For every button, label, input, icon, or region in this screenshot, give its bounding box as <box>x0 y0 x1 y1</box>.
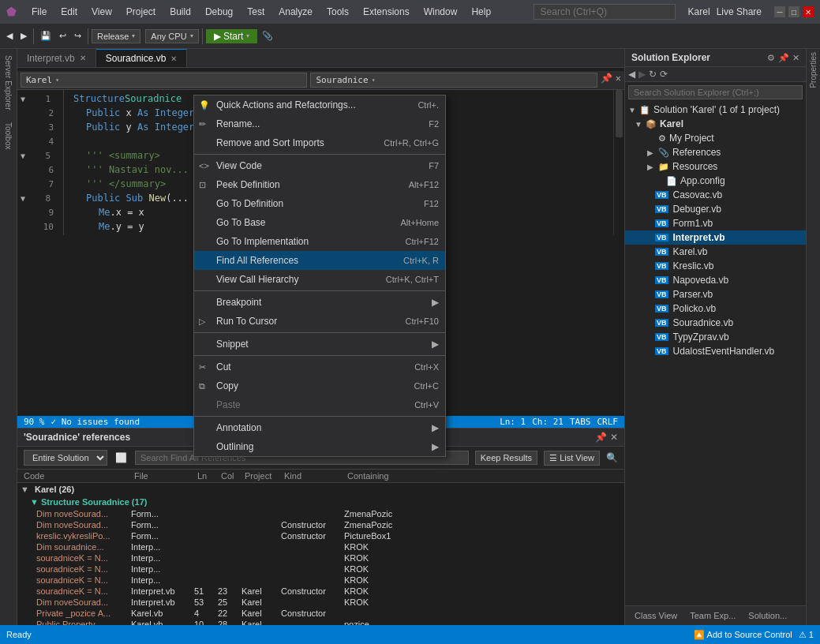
toolbox-strip[interactable]: Toolbox <box>2 119 14 152</box>
cm-snippet[interactable]: Snippet ▶ <box>194 335 445 354</box>
save-button[interactable]: 💾 <box>37 29 54 43</box>
cm-goto-definition[interactable]: Go To Definition F12 <box>194 194 445 213</box>
back-button[interactable]: ◀ <box>3 29 16 43</box>
cm-breakpoint[interactable]: Breakpoint ▶ <box>194 293 445 312</box>
se-pin[interactable]: 📌 <box>778 53 789 63</box>
se-item-resources[interactable]: ▶ 📁 Resources <box>625 159 806 174</box>
undo-button[interactable]: ↩ <box>56 29 69 43</box>
minimize-button[interactable]: ─ <box>774 6 785 17</box>
ref-group-karel[interactable]: ▼ Karel (26) <box>17 483 624 496</box>
start-button[interactable]: ▶ Start ▾ <box>206 29 258 43</box>
class-view-btn[interactable]: Class View <box>631 609 680 622</box>
se-item-kreslic[interactable]: VB Kreslic.vb <box>625 259 806 273</box>
menu-debug[interactable]: Debug <box>199 5 239 19</box>
se-item-solution[interactable]: ▼ 📋 Solution 'Karel' (1 of 1 project) <box>625 103 806 117</box>
cm-quick-actions[interactable]: 💡 Quick Actions and Refactorings... Ctrl… <box>194 95 445 114</box>
copy-results-button[interactable]: ⬜ <box>114 451 129 465</box>
keep-results-button[interactable]: Keep Results <box>475 451 537 465</box>
solution-btn[interactable]: Solution... <box>745 609 790 622</box>
configuration-dropdown[interactable]: Release ▾ <box>92 29 140 43</box>
code-nav-left[interactable]: Karel ▾ <box>21 73 307 88</box>
menu-view[interactable]: View <box>85 5 118 19</box>
ref-row-2[interactable]: kreslic.vykresliPo...Form...ConstructorP… <box>17 530 624 541</box>
se-item-souradnice-vb[interactable]: VB Souradnice.vb <box>625 316 806 330</box>
se-item-parser[interactable]: VB Parser.vb <box>625 287 806 301</box>
se-item-my-project[interactable]: ⚙ My Project <box>625 131 806 145</box>
menu-tools[interactable]: Tools <box>320 5 355 19</box>
se-back[interactable]: ◀ <box>628 69 635 80</box>
ref-row-0[interactable]: Dim noveSourad...Form...ZmenaPozic <box>17 508 624 519</box>
ref-row-8[interactable]: Dim noveSourad...Interpret.vb5325KarelKR… <box>17 597 624 608</box>
forward-button[interactable]: ▶ <box>17 29 30 43</box>
menu-extensions[interactable]: Extensions <box>357 5 416 19</box>
menu-help[interactable]: Help <box>465 5 497 19</box>
se-item-karel-vb[interactable]: VB Karel.vb <box>625 245 806 259</box>
list-view-button[interactable]: ☰ List View <box>544 451 600 466</box>
ref-row-9[interactable]: Private _pozice A...Karel.vb422KarelCons… <box>17 608 624 619</box>
close-button[interactable]: ✕ <box>803 6 814 17</box>
redo-button[interactable]: ↪ <box>71 29 84 43</box>
cm-goto-impl[interactable]: Go To Implementation Ctrl+F12 <box>194 232 445 251</box>
menu-analyze[interactable]: Analyze <box>272 5 319 19</box>
se-item-napoveda[interactable]: VB Napoveda.vb <box>625 273 806 287</box>
ref-search-icon[interactable]: 🔍 <box>606 452 618 463</box>
se-item-form1[interactable]: VB Form1.vb <box>625 216 806 230</box>
cm-goto-base[interactable]: Go To Base Alt+Home <box>194 213 445 232</box>
menu-test[interactable]: Test <box>241 5 271 19</box>
cm-copy[interactable]: ⧉ Copy Ctrl+C <box>194 376 445 395</box>
cm-outlining[interactable]: Outlining ▶ <box>194 437 445 456</box>
tab-souradnice-vb[interactable]: Souradnice.vb ✕ <box>96 49 188 67</box>
cm-rename[interactable]: ✏ Rename... F2 <box>194 114 445 133</box>
properties-strip[interactable]: Properties <box>807 49 819 92</box>
se-search-icon[interactable]: ⚙ <box>767 53 775 63</box>
se-close[interactable]: ✕ <box>792 53 799 63</box>
menu-edit[interactable]: Edit <box>54 5 84 19</box>
ref-row-10[interactable]: Public Property...Karel.vb1028Karelpozic… <box>17 619 624 625</box>
ref-row-3[interactable]: Dim souradnice...Interp...KROK <box>17 541 624 552</box>
code-nav-right[interactable]: Souradnice ▾ <box>310 73 597 88</box>
tab-interpret-close[interactable]: ✕ <box>80 54 86 62</box>
cm-call-hierarchy[interactable]: View Call Hierarchy Ctrl+K, Ctrl+T <box>194 270 445 289</box>
ref-row-6[interactable]: souradniceK = N...Interp...KROK <box>17 575 624 586</box>
se-refresh[interactable]: ⟳ <box>660 69 668 80</box>
cm-remove-imports[interactable]: Remove and Sort Imports Ctrl+R, Ctrl+G <box>194 133 445 152</box>
ref-scope-dropdown[interactable]: Entire Solution <box>24 450 107 466</box>
source-control-btn[interactable]: 🔼 Add to Source Control <box>694 630 792 640</box>
se-item-typyzprav[interactable]: VB TypyZprav.vb <box>625 330 806 344</box>
ref-row-5[interactable]: souradniceK = N...Interp...KROK <box>17 564 624 575</box>
se-item-debuger[interactable]: VB Debuger.vb <box>625 202 806 216</box>
team-exp-btn[interactable]: Team Exp... <box>687 609 739 622</box>
se-item-appconfig[interactable]: 📄 App.config <box>625 174 806 188</box>
ref-row-1[interactable]: Dim noveSourad...Form...ConstructorZmena… <box>17 519 624 530</box>
ref-row-7[interactable]: souradniceK = N...Interpret.vb5123KarelC… <box>17 586 624 597</box>
cm-find-all-refs[interactable]: Find All References Ctrl+K, R <box>194 251 445 270</box>
se-item-casovac[interactable]: VB Casovac.vb <box>625 188 806 202</box>
ref-close[interactable]: ✕ <box>610 432 618 443</box>
tab-souradnice-close[interactable]: ✕ <box>170 54 177 63</box>
maximize-button[interactable]: □ <box>788 6 799 17</box>
platform-dropdown[interactable]: Any CPU ▾ <box>145 29 198 43</box>
editor-close[interactable]: ✕ <box>616 73 621 88</box>
se-item-karel-project[interactable]: ▼ 📦 Karel <box>625 117 806 131</box>
cm-annotation[interactable]: Annotation ▶ <box>194 418 445 437</box>
cm-peek-definition[interactable]: ⊡ Peek Definition Alt+F12 <box>194 175 445 194</box>
menu-build[interactable]: Build <box>163 5 197 19</box>
se-item-interpret[interactable]: VB Interpret.vb <box>625 230 806 245</box>
live-share-btn[interactable]: Live Share <box>717 6 762 17</box>
se-sync[interactable]: ↻ <box>649 69 657 80</box>
se-item-udalost[interactable]: VB UdalostEventHandler.vb <box>625 344 806 358</box>
menu-file[interactable]: File <box>25 5 53 19</box>
attach-button[interactable]: 📎 <box>259 29 276 43</box>
cm-cut[interactable]: ✂ Cut Ctrl+X <box>194 358 445 376</box>
se-search-input[interactable] <box>628 85 803 99</box>
cm-run-to-cursor[interactable]: ▷ Run To Cursor Ctrl+F10 <box>194 312 445 331</box>
title-search[interactable] <box>534 4 676 20</box>
menu-window[interactable]: Window <box>417 5 464 19</box>
cm-view-code[interactable]: <> View Code F7 <box>194 156 445 175</box>
ref-subgroup-souradnice[interactable]: ▼ Structure Souradnice (17) <box>17 496 624 508</box>
se-item-policko[interactable]: VB Policko.vb <box>625 301 806 316</box>
server-explorer-strip[interactable]: Server Explorer <box>2 52 14 113</box>
menu-project[interactable]: Project <box>120 5 162 19</box>
error-warning-icon[interactable]: ⚠ 1 <box>799 630 814 640</box>
tab-interpret-vb[interactable]: Interpret.vb ✕ <box>17 49 96 67</box>
